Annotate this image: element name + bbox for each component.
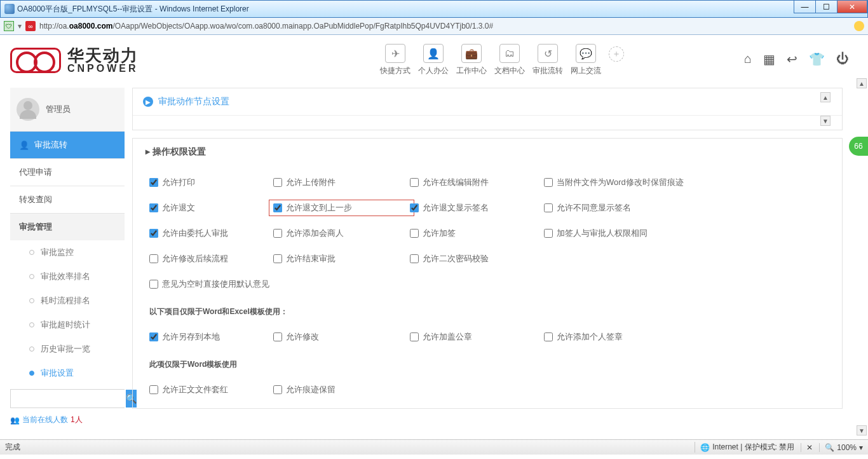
checkbox-option[interactable]: 允许痕迹保留 (273, 384, 410, 395)
checkbox-option[interactable]: 当附件文件为Word修改时保留痕迹 (544, 177, 825, 188)
main-content: ▶ 审批动作节点设置 ▲ ▼ ▸ 操作权限设置 允许打印允许上传附件允许在线编辑… (132, 88, 858, 431)
checkbox-input[interactable] (273, 203, 282, 212)
checkbox-option[interactable]: 允许不同意显示签名 (544, 202, 825, 214)
floating-badge[interactable]: 66 (849, 137, 868, 156)
checkbox-input[interactable] (410, 229, 419, 238)
checkbox-input[interactable] (273, 229, 282, 238)
people-icon: 👥 (10, 416, 20, 425)
reply-icon[interactable]: ↩ (787, 51, 797, 67)
checkbox-input[interactable] (544, 332, 553, 341)
checkbox-option[interactable]: 允许加签 (410, 228, 544, 239)
nav-work[interactable]: 💼工作中心 (456, 44, 487, 76)
checkbox-input[interactable] (273, 385, 282, 394)
top-nav: ✈快捷方式 👤个人办公 💼工作中心 🗂文档中心 ↺审批流转 💬网上交流 ＋ (380, 44, 624, 76)
dropdown-icon[interactable]: ▾ (18, 22, 22, 31)
checkbox-input[interactable] (410, 332, 419, 341)
checkbox-option[interactable]: 允许正文文件套红 (149, 384, 273, 395)
checkbox-option[interactable]: 允许添加会商人 (273, 228, 410, 239)
scroll-up-button[interactable]: ▲ (820, 92, 831, 102)
plugin-icon[interactable] (854, 21, 864, 31)
user-flow-icon: 👤 (19, 140, 29, 150)
page-scroll-up[interactable]: ▲ (857, 78, 867, 88)
status-zone[interactable]: 🌐Internet | 保护模式: 禁用 (695, 442, 794, 453)
checkbox-option[interactable]: 意见为空时直接使用默认意见 (149, 278, 825, 290)
logo-en: CNPOWER (67, 64, 139, 74)
send-icon: ✈ (385, 44, 405, 63)
window-close-button[interactable]: ✕ (837, 1, 867, 13)
checkbox-input[interactable] (149, 254, 158, 263)
section-heading[interactable]: ▸ 操作权限设置 (133, 139, 842, 165)
checkbox-option[interactable]: 允许退文显示签名 (410, 202, 544, 214)
subnav-item-efficiency[interactable]: 审批效率排名 (29, 264, 125, 289)
security-shield-icon[interactable]: 🛡 (4, 21, 14, 31)
checkbox-option[interactable]: 允许上传附件 (273, 177, 410, 188)
sidebar-item-approval-flow[interactable]: 👤 审批流转 (10, 131, 125, 158)
checkbox-option[interactable]: 允许退文 (149, 202, 273, 214)
globe-icon: 🌐 (700, 443, 710, 452)
subnav-item-settings[interactable]: 审批设置 (29, 361, 125, 385)
window-minimize-button[interactable]: — (794, 1, 815, 13)
checkbox-input[interactable] (149, 332, 158, 341)
home-icon[interactable]: ⌂ (744, 51, 752, 67)
page-scroll-down[interactable]: ▼ (857, 425, 867, 435)
user-box[interactable]: 管理员 (10, 88, 125, 131)
checkbox-input[interactable] (149, 178, 158, 187)
search-input[interactable] (11, 390, 126, 408)
favicon-icon: ∞ (25, 21, 36, 31)
checkbox-input[interactable] (149, 280, 158, 289)
user-name: 管理员 (46, 104, 71, 115)
checkbox-input[interactable] (410, 203, 419, 212)
sub-heading: 此项仅限于Word模板使用 (149, 359, 825, 370)
grid-icon[interactable]: ▦ (763, 51, 775, 67)
nav-shortcut[interactable]: ✈快捷方式 (380, 44, 410, 76)
checkbox-option[interactable]: 允许由委托人审批 (149, 228, 273, 239)
url-display[interactable]: http://oa.oa8000.com/OAapp/WebObjects/OA… (39, 22, 850, 31)
sidebar-section-approval-mgmt[interactable]: 审批管理 (10, 213, 125, 240)
window-maximize-button[interactable]: ☐ (815, 1, 837, 13)
brand-logo: 华天动力 CNPOWER (10, 47, 139, 74)
nav-chat[interactable]: 💬网上交流 (571, 44, 601, 76)
checkbox-input[interactable] (273, 332, 282, 341)
subnav-item-time[interactable]: 耗时流程排名 (29, 289, 125, 313)
checkbox-option[interactable]: 允许修改 (273, 331, 410, 343)
checkbox-option[interactable]: 允许二次密码校验 (410, 253, 544, 264)
shirt-icon[interactable]: 👕 (809, 51, 825, 67)
subnav-item-monitor[interactable]: 审批监控 (29, 240, 125, 264)
checkbox-option[interactable]: 允许在线编辑附件 (410, 177, 544, 188)
nav-docs[interactable]: 🗂文档中心 (494, 44, 525, 76)
checkbox-input[interactable] (149, 229, 158, 238)
flow-icon: ↺ (538, 44, 558, 63)
nav-personal[interactable]: 👤个人办公 (418, 44, 449, 76)
checkbox-option[interactable]: 允许结束审批 (273, 253, 410, 264)
zoom-control[interactable]: 🔍100% ▾ (819, 443, 863, 452)
checkbox-input[interactable] (410, 254, 419, 263)
nav-approval[interactable]: ↺审批流转 (532, 44, 563, 76)
checkbox-input[interactable] (544, 178, 553, 187)
checkbox-input[interactable] (149, 203, 158, 212)
sidebar: 管理员 👤 审批流转 代理申请 转发查阅 审批管理 审批监控 审批效率排名 耗时… (10, 88, 125, 431)
arrow-right-icon: ▶ (143, 97, 153, 107)
status-protected[interactable]: ✕ (801, 443, 813, 452)
scroll-down-button[interactable]: ▼ (820, 116, 831, 126)
checkbox-input[interactable] (273, 178, 282, 187)
checkbox-option[interactable]: 允许添加个人签章 (544, 331, 825, 343)
subnav-item-history[interactable]: 历史审批一览 (29, 337, 125, 361)
checkbox-input[interactable] (273, 254, 282, 263)
checkbox-option[interactable]: 允许加盖公章 (410, 331, 544, 343)
checkbox-option[interactable]: 加签人与审批人权限相同 (544, 228, 825, 239)
subnav-item-timeout[interactable]: 审批超时统计 (29, 313, 125, 337)
avatar-icon (17, 98, 39, 121)
add-nav-button[interactable]: ＋ (609, 46, 624, 62)
checkbox-input[interactable] (544, 203, 553, 212)
sidebar-item-forward[interactable]: 转发查阅 (10, 186, 125, 213)
checkbox-input[interactable] (149, 385, 158, 394)
checkbox-option[interactable]: 允许修改后续流程 (149, 253, 273, 264)
highlighted-option[interactable]: 允许退文到上一步 (269, 200, 414, 216)
checkbox-input[interactable] (544, 229, 553, 238)
sidebar-item-proxy[interactable]: 代理申请 (10, 158, 125, 186)
checkbox-option[interactable]: 允许打印 (149, 177, 273, 188)
power-icon[interactable]: ⏻ (836, 51, 849, 67)
panel-node-settings: ▶ 审批动作节点设置 ▲ ▼ (132, 88, 843, 130)
checkbox-option[interactable]: 允许另存到本地 (149, 331, 273, 343)
checkbox-input[interactable] (410, 178, 419, 187)
